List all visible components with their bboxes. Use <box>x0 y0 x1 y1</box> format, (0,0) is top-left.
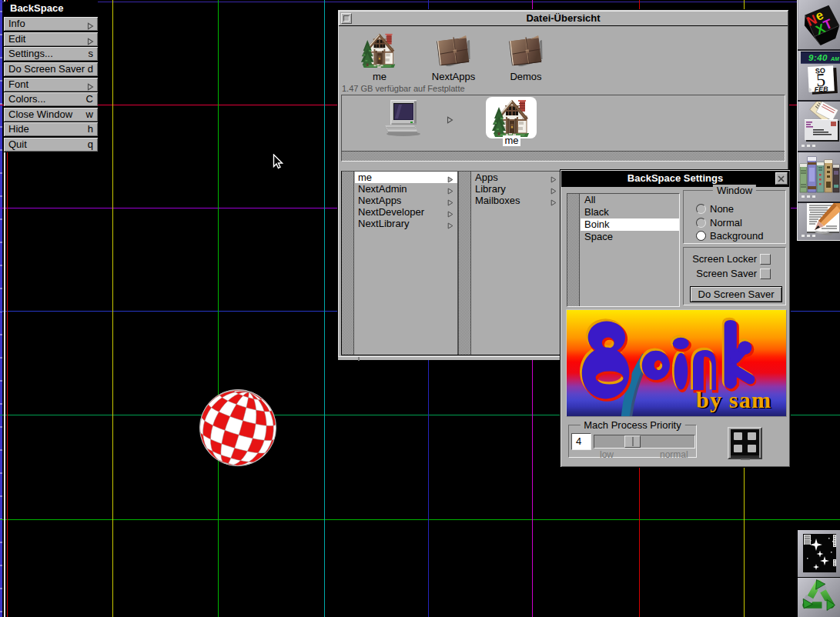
svg-text:9:40: 9:40 <box>808 53 828 62</box>
svg-text:AM: AM <box>830 56 839 62</box>
svg-text:FEB: FEB <box>814 85 828 94</box>
svg-text:by sam: by sam <box>696 387 771 412</box>
